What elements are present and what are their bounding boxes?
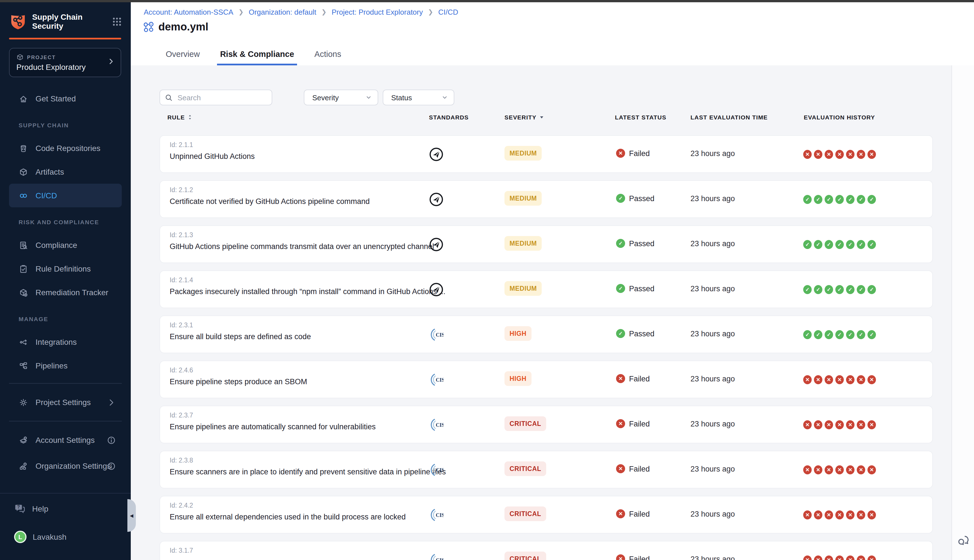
- evaluation-history: ✓✓✓✓✓✓✓: [803, 330, 876, 339]
- artifacts-icon: [18, 167, 28, 177]
- sidebar-collapse-handle[interactable]: ◀: [127, 499, 136, 532]
- column-severity[interactable]: SEVERITY: [504, 114, 544, 120]
- breadcrumb-organization-link[interactable]: Organization: default: [249, 8, 316, 16]
- rule-row[interactable]: Id: 2.4.2 Ensure all external dependenci…: [160, 496, 933, 533]
- rule-row[interactable]: Id: 2.3.8 Ensure scanners are in place t…: [160, 451, 933, 488]
- history-fail-icon: ✕: [836, 375, 844, 384]
- info-icon[interactable]: [107, 435, 116, 445]
- sidebar-section-supply-chain: SUPPLY CHAIN: [0, 114, 131, 136]
- help-label: Help: [32, 504, 48, 513]
- sidebar-item-get-started[interactable]: Get Started: [0, 87, 131, 110]
- history-fail-icon: ✕: [836, 420, 844, 429]
- sidebar-item-ci-cd[interactable]: CI/CD: [9, 184, 122, 207]
- severity-filter-dropdown[interactable]: Severity: [304, 90, 378, 105]
- project-cube-icon: [16, 53, 24, 61]
- sort-desc-icon[interactable]: [539, 114, 544, 120]
- sidebar-divider: [9, 421, 122, 422]
- app-grid-icon[interactable]: [112, 17, 122, 26]
- chevron-right-icon: [107, 57, 115, 65]
- rule-id: Id: 2.3.1: [170, 322, 193, 328]
- svg-text:CIS: CIS: [436, 512, 444, 518]
- column-standards[interactable]: STANDARDS: [429, 114, 469, 120]
- history-pass-icon: ✓: [825, 285, 833, 294]
- rules-icon: [18, 264, 28, 273]
- tab-risk-and-compliance[interactable]: Risk & Compliance: [217, 47, 297, 65]
- last-evaluation-time: 23 hours ago: [690, 510, 735, 518]
- github-actions-icon: [429, 192, 444, 207]
- cis-icon: CIS: [429, 372, 444, 387]
- brand-divider: [9, 38, 121, 40]
- window-top-strip: [0, 0, 974, 2]
- breadcrumb-account-link[interactable]: Account: Automation-SSCA: [144, 8, 233, 16]
- rule-row[interactable]: Id: 2.4.6 Ensure pipeline steps produce …: [160, 360, 933, 398]
- sort-both-icon[interactable]: [187, 114, 193, 120]
- sidebar-item-account-settings[interactable]: Account Settings: [0, 427, 131, 453]
- history-pass-icon: ✓: [867, 195, 876, 204]
- user-menu[interactable]: L Lavakush: [14, 531, 67, 543]
- history-fail-icon: ✕: [803, 375, 812, 384]
- last-evaluation-time: 23 hours ago: [690, 465, 735, 473]
- sidebar-item-pipelines[interactable]: Pipelines: [0, 354, 131, 377]
- history-fail-icon: ✕: [846, 465, 854, 474]
- app-title: Supply ChainSecurity: [32, 12, 112, 30]
- chat-bubbles-icon[interactable]: [956, 533, 971, 548]
- info-icon[interactable]: [107, 461, 116, 471]
- rule-row[interactable]: Id: 2.1.1 Unpinned GitHub Actions MEDIUM…: [160, 135, 933, 173]
- tab-actions[interactable]: Actions: [312, 47, 344, 65]
- sidebar-item-rule-definitions[interactable]: Rule Definitions: [0, 257, 131, 280]
- status-filter-dropdown[interactable]: Status: [383, 90, 454, 105]
- history-fail-icon: ✕: [836, 465, 844, 474]
- column-rule[interactable]: RULE: [167, 114, 193, 120]
- evaluation-history: ✕✕✕✕✕✕✕: [803, 510, 876, 520]
- rule-row[interactable]: Id: 2.1.2 Certificate not verified by Gi…: [160, 180, 933, 218]
- help-button[interactable]: ? Help: [15, 504, 48, 514]
- latest-status: ✓ Passed: [616, 239, 654, 248]
- history-pass-icon: ✓: [814, 330, 822, 339]
- rule-row[interactable]: Id: 2.3.7 Ensure pipelines are automatic…: [160, 406, 933, 443]
- table-header: RULE STANDARDS SEVERITY LATEST STATUS: [131, 114, 951, 125]
- column-last-evaluation-time[interactable]: LAST EVALUATION TIME: [690, 114, 768, 120]
- history-fail-icon: ✕: [803, 420, 812, 429]
- page-title: demo.yml: [158, 21, 208, 33]
- sidebar-item-remediation-tracker[interactable]: Remediation Tracker: [0, 280, 131, 304]
- gear-icon: [18, 397, 28, 407]
- column-latest-status[interactable]: LATEST STATUS: [615, 114, 666, 120]
- rule-row[interactable]: Id: 2.3.1 Ensure all build steps are def…: [160, 315, 933, 353]
- sidebar-item-compliance[interactable]: Compliance: [0, 233, 131, 257]
- history-pass-icon: ✓: [867, 240, 876, 249]
- history-fail-icon: ✕: [825, 555, 833, 560]
- history-fail-icon: ✕: [814, 375, 822, 384]
- cicd-icon: [18, 191, 28, 200]
- chevron-down-icon: [441, 94, 448, 101]
- breadcrumb-separator: ❯: [238, 8, 244, 16]
- search-icon: [165, 93, 173, 102]
- integrations-icon: [18, 337, 28, 347]
- breadcrumb-cicd-link[interactable]: CI/CD: [438, 8, 458, 16]
- evaluation-history: ✕✕✕✕✕✕✕: [803, 150, 876, 159]
- breadcrumb-project-link[interactable]: Project: Product Exploratory: [332, 8, 423, 16]
- rule-row[interactable]: Id: 3.1.7 CIS CRITICAL ✕ Failed 23 hours…: [160, 541, 933, 560]
- column-evaluation-history[interactable]: EVALUATION HISTORY: [804, 114, 875, 120]
- rule-row[interactable]: Id: 2.1.3 GitHub Actions pipeline comman…: [160, 225, 933, 263]
- severity-badge: MEDIUM: [504, 146, 542, 160]
- github-actions-icon: [429, 237, 444, 252]
- latest-status: ✕ Failed: [616, 509, 650, 518]
- last-evaluation-time: 23 hours ago: [690, 420, 735, 428]
- project-selector[interactable]: PROJECT Product Exploratory: [9, 48, 121, 77]
- svg-text:CIS: CIS: [436, 332, 444, 338]
- sidebar-section-manage: MANAGE: [0, 308, 131, 330]
- tab-overview[interactable]: Overview: [163, 47, 203, 65]
- rule-row[interactable]: Id: 2.1.4 Packages insecurely installed …: [160, 270, 933, 308]
- cis-icon: CIS: [429, 327, 444, 342]
- sidebar-item-code-repositories[interactable]: Code Repositories: [0, 136, 131, 160]
- search-input[interactable]: [177, 93, 263, 102]
- sidebar-item-artifacts[interactable]: Artifacts: [0, 160, 131, 184]
- svg-text:?: ?: [17, 505, 20, 509]
- history-fail-icon: ✕: [836, 510, 844, 520]
- history-fail-icon: ✕: [857, 150, 865, 159]
- sidebar-item-integrations[interactable]: Integrations: [0, 330, 131, 354]
- compliance-icon: [18, 240, 28, 250]
- sidebar-item-organization-settings[interactable]: Organization Settings: [0, 453, 131, 479]
- sidebar-item-project-settings[interactable]: Project Settings: [0, 389, 131, 415]
- supply-chain-security-logo-icon: [9, 12, 27, 30]
